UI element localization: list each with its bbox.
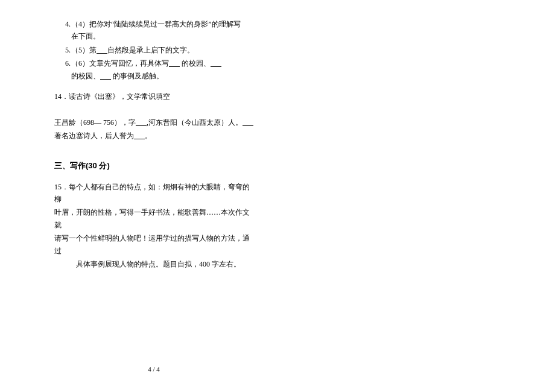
- q15-line1: 15．每个人都有自己的特点，如：炯炯有神的大眼睛，弯弯的柳: [54, 181, 253, 206]
- question-14: 14．读古诗《出塞》，文学常识填空 王昌龄（698— 756），字 ,河东晋阳（…: [54, 90, 253, 142]
- list-item-5: 5. （5）第 自然段是承上启下的文字。: [54, 44, 253, 56]
- list-number: 4.: [54, 18, 71, 43]
- text: 的事例及感触。: [111, 72, 163, 80]
- text: 。: [145, 131, 152, 140]
- q14-line2: 王昌龄（698— 756），字 ,河东晋阳（今山西太原）人。: [54, 116, 253, 128]
- list-body: （4）把你对“陆陆续续晃过一群高大的身影”的理解写 在下面。: [71, 18, 253, 43]
- blank: [97, 46, 107, 54]
- blank: [211, 59, 221, 68]
- section-3-heading: 三、写作(30 分): [54, 159, 253, 172]
- text: （4）把你对“陆陆续续晃过一群高大的身影”的理解写: [71, 20, 241, 28]
- text: 在下面。: [71, 32, 100, 40]
- text: （6）文章先写回忆，再具体写: [71, 59, 169, 68]
- q14-line3: 著名边塞诗人，后人誉为 。: [54, 130, 253, 142]
- text: 王昌龄（698— 756），字: [54, 118, 136, 127]
- page-number: 4 / 4: [0, 364, 308, 375]
- list-number: 6.: [54, 57, 71, 82]
- q14-line1: 14．读古诗《出塞》，文学常识填空: [54, 90, 253, 103]
- list-item-6: 6. （6）文章先写回忆，再具体写 的校园、 的校园、 的事例及感触。: [54, 57, 253, 82]
- q15-line3: 请写一个个性鲜明的人物吧！运用学过的描写人物的方法，通过: [54, 232, 253, 257]
- text: 的校园、: [71, 72, 100, 80]
- blank: [243, 118, 253, 127]
- text: 的校园、: [180, 59, 211, 68]
- text: （5）第: [71, 46, 97, 54]
- question-15: 15．每个人都有自己的特点，如：炯炯有神的大眼睛，弯弯的柳 叶眉，开朗的性格，写…: [54, 181, 253, 271]
- blank: [136, 118, 147, 127]
- text: 自然段是承上启下的文字。: [107, 46, 194, 54]
- q15-line2: 叶眉，开朗的性格，写得一手好书法，能歌善舞……本次作文就: [54, 206, 253, 231]
- list-body: （6）文章先写回忆，再具体写 的校园、 的校园、 的事例及感触。: [71, 57, 253, 82]
- blank: [169, 59, 180, 68]
- q15-line4: 具体事例展现人物的特点。题目自拟，400 字左右。: [54, 258, 253, 270]
- text: 著名边塞诗人，后人誉为: [54, 131, 134, 140]
- blank: [100, 72, 111, 80]
- list-body: （5）第 自然段是承上启下的文字。: [71, 44, 253, 56]
- blank: [134, 131, 145, 140]
- list-number: 5.: [54, 44, 71, 56]
- list-item-4: 4. （4）把你对“陆陆续续晃过一群高大的身影”的理解写 在下面。: [54, 18, 253, 43]
- text: ,河东晋阳（今山西太原）人。: [147, 118, 243, 127]
